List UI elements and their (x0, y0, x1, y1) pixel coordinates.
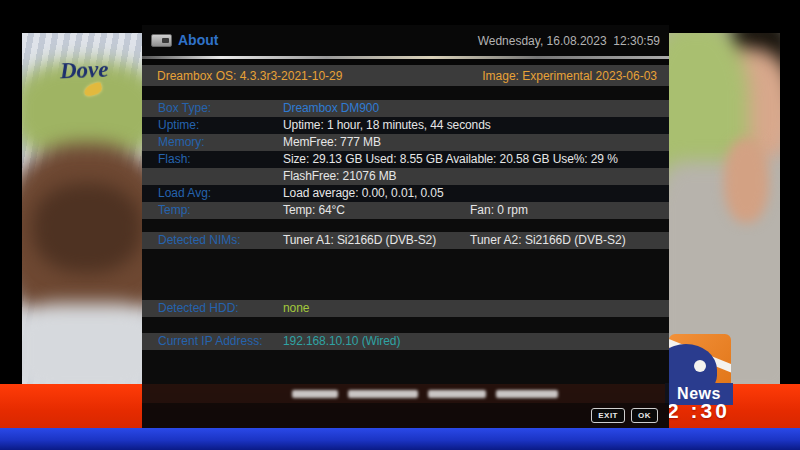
row-value: Load average: 0.00, 0.01, 0.05 (283, 185, 443, 202)
row-label: Detected NIMs: (158, 232, 241, 249)
version-infobar: Dreambox OS: 4.3.3r3-2021-10-29 Image: E… (142, 65, 669, 86)
row-box-type: Box Type: Dreambox DM900 (142, 100, 669, 117)
header-datetime: Wednesday, 16.08.2023 12:30:59 (478, 34, 660, 48)
row-label: Box Type: (158, 100, 211, 117)
hand-blur (724, 138, 769, 223)
tv-screen: Dove News 2 :30 About Wednesday, 16.08.2… (0, 0, 800, 450)
row-detected-nims: Detected NIMs: Tuner A1: Si2166D (DVB-S2… (142, 232, 669, 249)
ticker-text-fragment (348, 390, 418, 398)
row-value-secondary: Tuner A2: Si2166D (DVB-S2) (470, 232, 626, 249)
row-temp: Temp: Temp: 64°C Fan: 0 rpm (142, 202, 669, 219)
row-value: none (283, 300, 309, 317)
row-flash: Flash: Size: 29.13 GB Used: 8.55 GB Avai… (142, 151, 669, 168)
row-value: Uptime: 1 hour, 18 minutes, 44 seconds (283, 117, 491, 134)
system-info-list: Box Type: Dreambox DM900 Uptime: Uptime:… (142, 100, 669, 403)
row-value: Size: 29.13 GB Used: 8.55 GB Available: … (283, 151, 618, 168)
row-label: Load Avg: (158, 185, 211, 202)
broadcast-clock: 2 :30 (667, 399, 757, 423)
row-flashfree: FlashFree: 21076 MB (142, 168, 669, 185)
row-label: Current IP Address: (158, 333, 263, 350)
row-value: 192.168.10.10 (Wired) (283, 333, 400, 350)
ticker-text-fragment (292, 390, 338, 398)
geo-logo-globe (669, 344, 717, 383)
exit-button[interactable]: EXIT (591, 408, 625, 423)
image-version-text: Image: Experimental 2023-06-03 (482, 69, 657, 83)
geo-news-logo (669, 334, 731, 383)
row-ip-address: Current IP Address: 192.168.10.10 (Wired… (142, 333, 669, 350)
ticker-text-fragment (428, 390, 486, 398)
panel-footer: EXIT OK (142, 403, 669, 428)
row-value: MemFree: 777 MB (283, 134, 381, 151)
row-label: Temp: (158, 202, 191, 219)
panel-header: About Wednesday, 16.08.2023 12:30:59 (142, 25, 669, 56)
panel-gap (142, 86, 669, 100)
row-label: Detected HDD: (158, 300, 239, 317)
row-uptime: Uptime: Uptime: 1 hour, 18 minutes, 44 s… (142, 117, 669, 134)
hair-blur-dark (32, 183, 142, 273)
os-version-text: Dreambox OS: 4.3.3r3-2021-10-29 (157, 69, 342, 83)
row-label: Flash: (158, 151, 191, 168)
light-fabric (22, 303, 142, 385)
bottom-blue-strip (0, 428, 800, 450)
row-detected-hdd: Detected HDD: none (142, 300, 669, 317)
row-value: FlashFree: 21076 MB (283, 168, 397, 185)
page-title: About (178, 32, 218, 48)
row-load-avg: Load Avg: Load average: 0.00, 0.01, 0.05 (142, 185, 669, 202)
about-panel: About Wednesday, 16.08.2023 12:30:59 Dre… (142, 25, 669, 428)
broadcast-video-right (669, 33, 780, 385)
geo-logo-dot (694, 360, 706, 372)
receiver-icon (151, 34, 172, 47)
broadcast-video-left (22, 33, 142, 385)
row-memory: Memory: MemFree: 777 MB (142, 134, 669, 151)
row-label: Memory: (158, 134, 205, 151)
ticker-text-fragment (496, 390, 558, 398)
row-value-secondary: Fan: 0 rpm (470, 202, 528, 219)
row-value: Temp: 64°C (283, 202, 345, 219)
row-value: Tuner A1: Si2166D (DVB-S2) (283, 232, 436, 249)
dove-ad-wordmark: Dove (60, 56, 141, 85)
row-value: Dreambox DM900 (283, 100, 379, 117)
row-label: Uptime: (158, 117, 199, 134)
ok-button[interactable]: OK (631, 408, 658, 423)
